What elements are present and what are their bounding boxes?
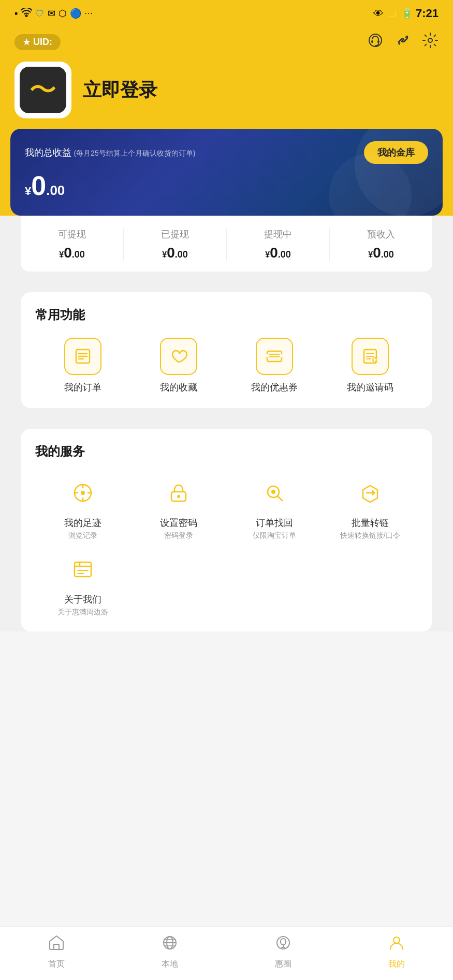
feature-label-favorites: 我的收藏 [160, 381, 197, 394]
batch-link-icon [352, 474, 389, 511]
planet-icon [161, 934, 179, 956]
heart-icon [160, 338, 197, 375]
service-item-order-recovery[interactable]: 订单找回 仅限淘宝订单 [227, 474, 323, 540]
stat-withdrawn: 已提现 ¥0.00 [124, 228, 227, 261]
coupon-icon [256, 338, 293, 375]
login-button[interactable]: 立即登录 [83, 78, 157, 103]
svg-point-25 [271, 490, 275, 494]
avatar-inner: 〜 [20, 67, 66, 113]
feature-item-invite[interactable]: 我的邀请码 [322, 338, 418, 394]
customer-service-icon[interactable] [367, 32, 384, 52]
earnings-currency: ¥ [25, 185, 31, 198]
invite-icon [352, 338, 389, 375]
feature-item-orders[interactable]: 我的订单 [35, 338, 131, 394]
service-sublabel-batch-link: 快速转换链接/口令 [340, 531, 400, 540]
stat-value-0: ¥0.00 [21, 245, 123, 261]
nav-item-my[interactable]: 我的 [340, 934, 453, 970]
nav-item-home[interactable]: 首页 [0, 934, 113, 970]
svg-rect-2 [377, 40, 379, 43]
about-icon [64, 551, 101, 588]
order-recovery-icon [256, 474, 293, 511]
stat-label-3: 预收入 [330, 228, 432, 240]
avatar[interactable]: 〜 [14, 62, 71, 118]
status-icons-right: 👁 🌙 🔋 7:21 [373, 7, 439, 20]
service-sublabel-about: 关于惠满周边游 [57, 608, 108, 617]
home-icon [48, 934, 65, 956]
stat-label-0: 可提现 [21, 228, 123, 240]
eye-icon: 👁 [373, 8, 384, 20]
earnings-title-area: 我的总收益 (每月25号结算上个月确认收货的订单) [25, 146, 195, 159]
service-grid: 我的足迹 浏览记录 设置密码 密码登录 [35, 474, 418, 617]
page-bottom-spacer [0, 631, 453, 693]
uid-label: UID: [33, 37, 52, 48]
more-icon: ··· [84, 9, 93, 18]
service-sublabel-password: 密码登录 [164, 531, 193, 540]
feature-item-favorites[interactable]: 我的收藏 [131, 338, 227, 394]
nav-label-local: 本地 [162, 959, 178, 970]
settings-icon[interactable] [422, 32, 439, 52]
user-icon [388, 934, 405, 956]
svg-point-12 [280, 354, 283, 357]
shield-icon: 🛡 [35, 8, 45, 19]
my-services-card: 我的服务 我的足迹 浏览记录 [21, 429, 432, 631]
earnings-decimal: .00 [46, 183, 65, 198]
link-icon[interactable] [395, 33, 411, 52]
stat-label-1: 已提现 [124, 228, 226, 240]
stats-row: 可提现 ¥0.00 已提现 ¥0.00 提现中 ¥0.00 预收入 ¥0.00 [21, 216, 432, 272]
order-icon [64, 338, 101, 375]
uid-badge[interactable]: ★ UID: [14, 34, 61, 50]
my-services-title: 我的服务 [35, 443, 418, 460]
app2-icon: 🔵 [70, 8, 81, 19]
vault-button[interactable]: 我的金库 [364, 141, 428, 164]
svg-point-20 [81, 491, 85, 495]
nav-item-circle[interactable]: 惠圈 [227, 934, 340, 970]
footprint-icon [64, 474, 101, 511]
status-bar: ▪ 🛡 ✉ ⬡ 🔵 ··· 👁 🌙 🔋 7:21 [0, 0, 453, 27]
circle-icon [274, 934, 292, 956]
service-label-password: 设置密码 [160, 517, 197, 529]
service-item-about[interactable]: 关于我们 关于惠满周边游 [35, 551, 131, 617]
stat-label-2: 提现中 [227, 228, 329, 240]
service-item-password[interactable]: 设置密码 密码登录 [131, 474, 227, 540]
common-features-title: 常用功能 [35, 307, 418, 323]
mail-icon: ✉ [48, 8, 55, 19]
common-features-card: 常用功能 我的订单 [21, 292, 432, 408]
wifi-icon [21, 8, 32, 20]
password-icon [160, 474, 197, 511]
status-time: 7:21 [416, 7, 439, 20]
feature-label-invite: 我的邀请码 [347, 381, 393, 394]
stat-value-2: ¥0.00 [227, 245, 329, 261]
feature-item-coupons[interactable]: 我的优惠券 [227, 338, 323, 394]
svg-point-22 [177, 495, 180, 498]
svg-point-39 [393, 937, 400, 943]
stat-value-1: ¥0.00 [124, 245, 226, 261]
nav-label-circle: 惠圈 [275, 959, 291, 970]
earnings-header: 我的总收益 (每月25号结算上个月确认收货的订单) 我的金库 [25, 141, 428, 164]
stat-value-3: ¥0.00 [330, 245, 432, 261]
service-label-about: 关于我们 [64, 593, 101, 606]
service-item-batch-link[interactable]: 批量转链 快速转换链接/口令 [322, 474, 418, 540]
nav-label-home: 首页 [48, 959, 65, 970]
earnings-amount: ¥0.00 [25, 170, 428, 201]
service-label-footprint: 我的足迹 [64, 517, 101, 529]
feature-label-orders: 我的订单 [64, 381, 101, 394]
status-icons-left: ▪ 🛡 ✉ ⬡ 🔵 ··· [14, 8, 93, 20]
app1-icon: ⬡ [59, 8, 67, 19]
svg-rect-26 [75, 562, 91, 577]
nav-item-local[interactable]: 本地 [113, 934, 227, 970]
earnings-card: 我的总收益 (每月25号结算上个月确认收货的订单) 我的金库 ¥0.00 [10, 129, 443, 216]
service-sublabel-footprint: 浏览记录 [68, 531, 97, 540]
earnings-integer: 0 [31, 171, 46, 201]
service-label-batch-link: 批量转链 [352, 517, 389, 529]
header-section: ★ UID: [0, 27, 453, 139]
avatar-icon: 〜 [29, 71, 57, 109]
service-item-footprint[interactable]: 我的足迹 浏览记录 [35, 474, 131, 540]
header-top: ★ UID: [14, 32, 439, 52]
stat-expected: 预收入 ¥0.00 [330, 228, 432, 261]
moon-icon: 🌙 [387, 8, 398, 19]
bottom-nav: 首页 本地 惠圈 [0, 926, 453, 980]
stat-withdrawing: 提现中 ¥0.00 [227, 228, 330, 261]
earnings-subtitle: (每月25号结算上个月确认收货的订单) [74, 149, 195, 157]
svg-rect-1 [371, 40, 373, 43]
feature-grid: 我的订单 我的收藏 [35, 338, 418, 394]
